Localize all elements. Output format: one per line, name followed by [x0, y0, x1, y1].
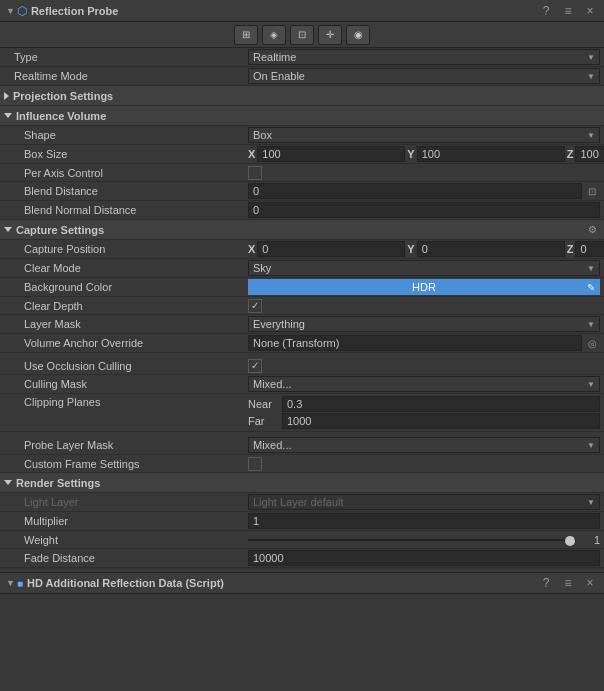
tool-scale[interactable]: ⊡ [290, 25, 314, 45]
tool-transform[interactable]: ✛ [318, 25, 342, 45]
custom-frame-settings-label: Custom Frame Settings [0, 458, 248, 470]
type-dropdown-arrow: ▼ [587, 53, 595, 62]
type-row: Type Realtime ▼ [0, 48, 604, 67]
background-color-field[interactable]: HDR ✎ [248, 279, 600, 295]
volume-anchor-input[interactable] [248, 335, 582, 351]
use-occlusion-checkbox[interactable] [248, 359, 262, 373]
blend-normal-distance-value [248, 202, 600, 218]
probe-layer-mask-dropdown[interactable]: Mixed... ▼ [248, 437, 600, 453]
layer-mask-dropdown[interactable]: Everything ▼ [248, 316, 600, 332]
culling-mask-dropdown[interactable]: Mixed... ▼ [248, 376, 600, 392]
close-icon[interactable]: × [582, 3, 598, 19]
render-settings-header[interactable]: Render Settings [0, 473, 604, 493]
capture-settings-icon[interactable]: ⚙ [584, 222, 600, 238]
far-label: Far [248, 415, 278, 427]
blend-distance-icon[interactable]: ⊡ [584, 183, 600, 199]
influence-arrow [4, 113, 12, 118]
weight-slider-track[interactable] [248, 539, 576, 541]
capture-x-input[interactable] [257, 241, 405, 257]
multiplier-row: Multiplier [0, 512, 604, 531]
settings-icon[interactable]: ≡ [560, 3, 576, 19]
blend-distance-input[interactable] [248, 183, 582, 199]
box-size-x-input[interactable] [257, 146, 405, 162]
realtime-mode-row: Realtime Mode On Enable ▼ [0, 67, 604, 86]
probe-layer-mask-dropdown-arrow: ▼ [587, 441, 595, 450]
capture-z-input[interactable] [575, 241, 604, 257]
per-axis-control-value [248, 166, 600, 180]
far-input[interactable] [282, 413, 600, 429]
near-label: Near [248, 398, 278, 410]
box-size-value-area: X Y Z ⊞ [248, 146, 604, 162]
influence-volume-title: Influence Volume [16, 110, 106, 122]
type-dropdown[interactable]: Realtime ▼ [248, 49, 600, 65]
footer-settings-icon[interactable]: ≡ [560, 575, 576, 591]
shape-row: Shape Box ▼ [0, 126, 604, 145]
capture-y-input[interactable] [417, 241, 565, 257]
layer-mask-value: Everything ▼ [248, 316, 600, 332]
custom-frame-settings-checkbox[interactable] [248, 457, 262, 471]
component-icon: ⬡ [17, 4, 27, 18]
clear-depth-label: Clear Depth [0, 300, 248, 312]
culling-mask-row: Culling Mask Mixed... ▼ [0, 375, 604, 394]
per-axis-control-checkbox[interactable] [248, 166, 262, 180]
culling-mask-value: Mixed... ▼ [248, 376, 600, 392]
color-edit-icon[interactable]: ✎ [584, 280, 598, 294]
capture-x-group: X [248, 241, 405, 257]
tool-rotate[interactable]: ◈ [262, 25, 286, 45]
blend-normal-distance-row: Blend Normal Distance [0, 201, 604, 220]
footer-expand-arrow[interactable]: ▼ [6, 578, 15, 588]
capture-settings-title: Capture Settings [16, 224, 104, 236]
type-value-area: Realtime ▼ [248, 49, 600, 65]
culling-mask-label: Culling Mask [0, 378, 248, 390]
clear-mode-dropdown[interactable]: Sky ▼ [248, 260, 600, 276]
background-color-value: HDR ✎ [248, 279, 600, 295]
blend-normal-distance-input[interactable] [248, 202, 600, 218]
near-input[interactable] [282, 396, 600, 412]
footer-help-icon[interactable]: ? [538, 575, 554, 591]
realtime-mode-dropdown-arrow: ▼ [587, 72, 595, 81]
panel-header: ▼ ⬡ Reflection Probe ? ≡ × [0, 0, 604, 22]
volume-anchor-target-icon[interactable]: ◎ [584, 335, 600, 351]
layer-mask-dropdown-arrow: ▼ [587, 320, 595, 329]
weight-slider-value: 1 [580, 534, 600, 546]
weight-slider-thumb [565, 536, 575, 546]
influence-volume-header[interactable]: Influence Volume [0, 106, 604, 126]
footer-component-icon: ■ [17, 578, 23, 589]
background-color-row: Background Color HDR ✎ [0, 278, 604, 297]
help-icon[interactable]: ? [538, 3, 554, 19]
realtime-mode-value-area: On Enable ▼ [248, 68, 600, 84]
expand-arrow[interactable]: ▼ [6, 6, 15, 16]
fade-distance-row: Fade Distance [0, 549, 604, 568]
use-occlusion-label: Use Occlusion Culling [0, 360, 248, 372]
box-size-label: Box Size [0, 148, 248, 160]
probe-layer-mask-row: Probe Layer Mask Mixed... ▼ [0, 436, 604, 455]
capture-y-label: Y [407, 243, 414, 255]
footer-header: ▼ ■ HD Additional Reflection Data (Scrip… [0, 572, 604, 594]
clear-mode-label: Clear Mode [0, 262, 248, 274]
fade-distance-input[interactable] [248, 550, 600, 566]
clear-depth-checkbox[interactable] [248, 299, 262, 313]
capture-settings-header[interactable]: Capture Settings ⚙ [0, 220, 604, 240]
shape-dropdown[interactable]: Box ▼ [248, 127, 600, 143]
blend-distance-label: Blend Distance [0, 185, 248, 197]
y-label: Y [407, 148, 414, 160]
box-size-row: Box Size X Y Z ⊞ [0, 145, 604, 164]
tool-move[interactable]: ⊞ [234, 25, 258, 45]
clipping-planes-value: Near Far [248, 396, 600, 429]
clear-depth-value [248, 299, 600, 313]
tool-custom[interactable]: ◉ [346, 25, 370, 45]
multiplier-value [248, 513, 600, 529]
box-size-z-input[interactable] [575, 146, 604, 162]
content: Type Realtime ▼ Realtime Mode On Enable … [0, 48, 604, 568]
multiplier-label: Multiplier [0, 515, 248, 527]
per-axis-control-row: Per Axis Control [0, 164, 604, 182]
box-size-y-input[interactable] [417, 146, 565, 162]
blend-distance-row: Blend Distance ⊡ [0, 182, 604, 201]
realtime-mode-dropdown[interactable]: On Enable ▼ [248, 68, 600, 84]
box-size-z-group: Z [567, 146, 604, 162]
footer-close-icon[interactable]: × [582, 575, 598, 591]
volume-anchor-value: ◎ [248, 335, 600, 351]
shape-label: Shape [0, 129, 248, 141]
projection-settings-header[interactable]: Projection Settings [0, 86, 604, 106]
multiplier-input[interactable] [248, 513, 600, 529]
